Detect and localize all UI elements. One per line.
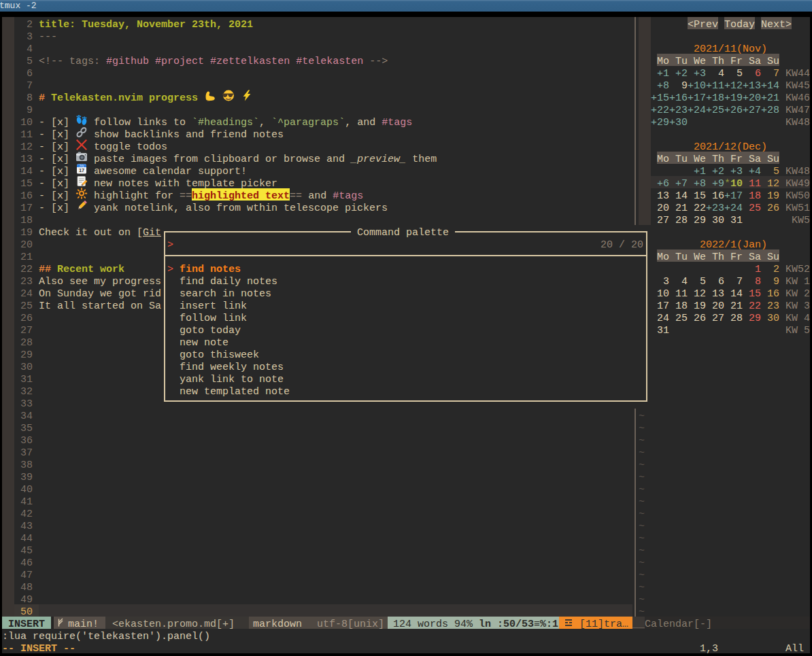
svg-text:17: 17 — [79, 167, 84, 173]
